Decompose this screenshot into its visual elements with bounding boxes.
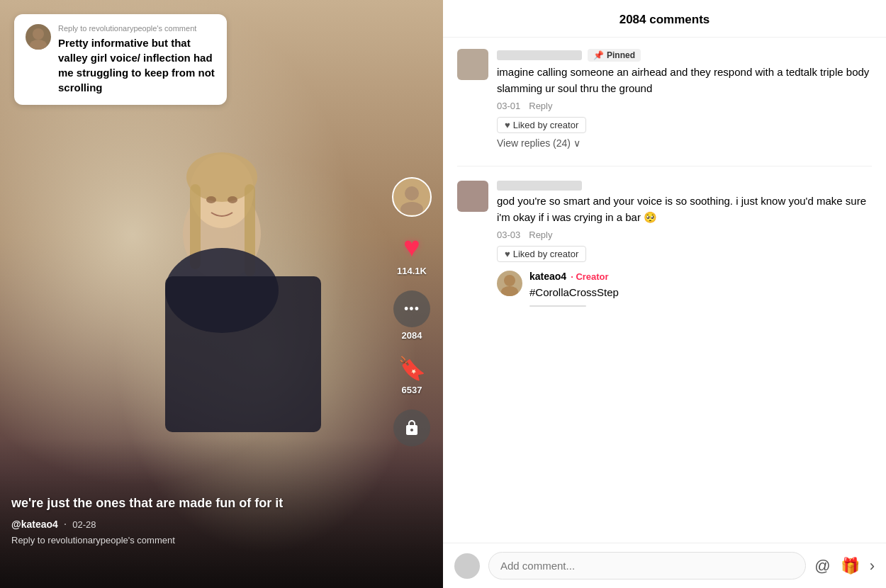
comment-2-username-bar [497,181,582,191]
comment-1-avatar [457,49,488,80]
action-buttons: ♥ 114.1K ••• 2084 🔖 6537 [392,177,432,446]
heart-small-icon-2: ♥ [505,249,510,259]
comment-2-username-row [497,181,872,191]
input-avatar [454,553,480,579]
gift-icon[interactable]: 🎁 [841,557,860,575]
pinned-label: Pinned [607,50,635,60]
bubble-text-area: Reply to revolutionarypeople's comment P… [58,24,215,95]
bubble-avatar [26,24,51,50]
comment-2-text: god you're so smart and your voice is so… [497,193,872,225]
comment-input-field[interactable] [488,552,806,579]
liked-by-creator-badge-2: ♥ Liked by creator [497,246,586,262]
heart-small-icon-1: ♥ [505,120,510,130]
bookmarks-count: 6537 [402,385,422,395]
creator-badge: · Creator [571,271,608,282]
svg-point-7 [206,196,216,203]
comments-header: 2084 comments [443,0,886,38]
comments-panel: 2084 comments 📌 Pinned imagine calling s… [443,0,886,588]
video-caption: we're just the ones that are made fun of… [11,494,309,512]
creator-reply: kateao4 · Creator #CorollaCrossStep [497,271,872,307]
comment-input-bar: @ 🎁 › [443,543,886,588]
comment-1-username-row: 📌 Pinned [497,49,872,62]
svg-point-12 [400,202,423,215]
view-replies-btn-1[interactable]: View replies (24) ∨ [497,137,872,149]
comment-item-2: god you're so smart and your voice is so… [457,181,872,307]
creator-name-row: kateao4 · Creator [529,271,872,282]
profile-avatar [392,177,432,217]
view-replies-text-1: View replies (24) [497,137,571,149]
comment-bubble: Reply to revolutionarypeople's comment P… [14,14,227,105]
comment-2-meta: 03-03 Reply [497,230,872,240]
video-author-row: @kateao4 · 02-28 [11,518,432,531]
creator-avatar [497,271,522,296]
svg-point-11 [405,186,419,200]
comment-1-reply-btn[interactable]: Reply [529,101,552,111]
svg-point-13 [504,275,515,286]
comments-count: 2084 [402,330,422,341]
creator-reply-underline [529,305,586,307]
bubble-comment-text: Pretty informative but that valley girl … [58,35,215,95]
comment-1-meta: 03-01 Reply [497,101,872,111]
like-action[interactable]: ♥ 114.1K [397,231,427,276]
liked-by-creator-text-1: Liked by creator [513,120,579,130]
comment-1-username-bar [497,50,582,60]
comments-action[interactable]: ••• 2084 [393,290,430,341]
separator: · [64,518,67,531]
likes-count: 114.1K [397,266,427,276]
reply-label-bottom: Reply to revolutionarypeople's comment [11,535,432,545]
bookmark-icon: 🔖 [398,355,426,382]
liked-by-creator-text-2: Liked by creator [513,249,579,259]
chevron-down-icon-1: ∨ [573,137,581,149]
svg-rect-6 [165,276,321,432]
more-icon[interactable]: › [870,557,875,575]
reply-to-label: Reply to revolutionarypeople's comment [58,24,215,33]
video-panel: Reply to revolutionarypeople's comment P… [0,0,443,588]
comment-divider-1 [457,166,872,166]
comment-2-date: 03-03 [497,230,520,240]
comment-1-date: 03-01 [497,101,520,111]
dots-icon: ••• [393,290,430,327]
comment-1-text: imagine calling someone an airhead and t… [497,64,872,96]
liked-by-creator-badge-1: ♥ Liked by creator [497,117,586,133]
profile-action[interactable] [392,177,432,217]
svg-point-10 [30,40,47,50]
creator-reply-content: kateao4 · Creator #CorollaCrossStep [529,271,872,307]
input-actions: @ 🎁 › [814,557,875,575]
creator-name: kateao4 [529,271,566,282]
author-handle[interactable]: @kateao4 [11,519,58,530]
svg-point-14 [501,286,518,296]
comment-1-content: 📌 Pinned imagine calling someone an airh… [497,49,872,149]
pin-icon: 📌 [593,50,604,60]
creator-reply-text: #CorollaCrossStep [529,285,872,301]
comments-list[interactable]: 📌 Pinned imagine calling someone an airh… [443,38,886,543]
comment-2-avatar [457,181,488,212]
heart-icon: ♥ [403,231,420,263]
bookmark-action[interactable]: 🔖 6537 [398,355,426,395]
video-bottom-overlay: we're just the ones that are made fun of… [0,438,443,588]
comments-title: 2084 comments [619,13,710,26]
at-icon[interactable]: @ [814,557,830,575]
svg-point-8 [228,196,237,203]
video-date: 02-28 [72,519,96,530]
svg-point-9 [33,28,44,40]
pinned-badge: 📌 Pinned [588,49,641,62]
comment-2-reply-btn[interactable]: Reply [529,230,552,240]
comment-2-content: god you're so smart and your voice is so… [497,181,872,307]
comment-item-1: 📌 Pinned imagine calling someone an airh… [457,49,872,149]
